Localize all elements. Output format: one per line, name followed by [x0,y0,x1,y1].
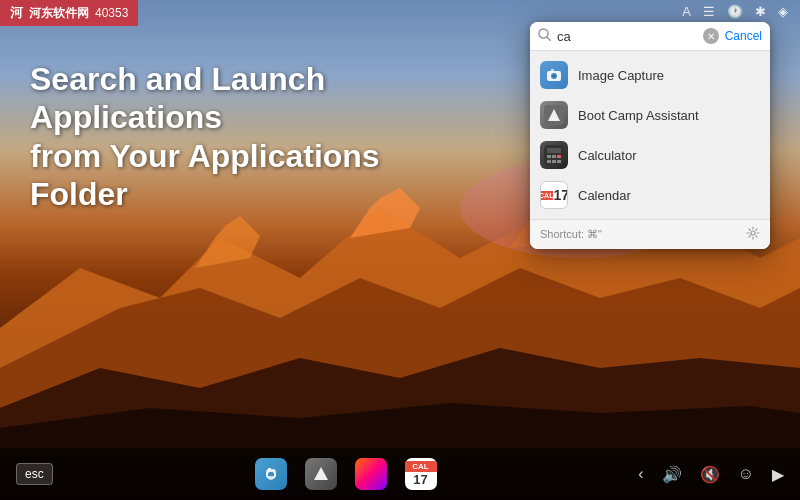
svg-point-27 [267,471,275,479]
esc-button[interactable]: esc [16,463,53,485]
menubar: A ☰ 🕐 ✱ ◈ [670,0,800,23]
svg-rect-25 [557,160,561,163]
dock-icon-gradient[interactable] [355,458,387,490]
result-label-image-capture: Image Capture [578,68,664,83]
bottom-dock-icons: CAL 17 [255,458,437,490]
svg-rect-24 [552,160,556,163]
result-item-calculator[interactable]: Calculator [530,135,770,175]
wifi-icon: ◈ [778,4,788,19]
svg-rect-15 [551,69,554,71]
clock-icon: 🕐 [727,4,743,19]
font-icon: A [682,4,691,19]
svg-line-11 [547,37,551,41]
search-results-list: Image Capture Boot Camp Assistant [530,51,770,219]
dock-icon-calendar[interactable]: CAL 17 [405,458,437,490]
search-cancel-button[interactable]: Cancel [725,29,762,43]
result-label-calendar: Calendar [578,188,631,203]
search-input[interactable]: ca [557,29,697,44]
bottom-bar: esc CAL 17 ‹ 🔊 🔇 ☺ ▶ [0,448,800,500]
face-icon[interactable]: ☺ [738,465,754,483]
result-item-image-capture[interactable]: Image Capture [530,55,770,95]
watermark-number: 40353 [95,6,128,20]
play-icon[interactable]: ▶ [772,465,784,484]
svg-rect-19 [547,148,561,153]
search-popup: ca ✕ Cancel Image Capture [530,22,770,249]
watermark: 河 河东软件网 40353 [0,0,138,26]
result-icon-calendar: CAL 17 [540,181,568,209]
svg-point-14 [553,75,556,78]
result-icon-calculator [540,141,568,169]
bluetooth-icon: ✱ [755,4,766,19]
main-text-block: Search and Launch Applications from Your… [30,60,410,214]
result-label-calculator: Calculator [578,148,637,163]
svg-marker-30 [314,467,328,480]
svg-rect-23 [547,160,551,163]
bottom-playback-icons: ‹ 🔊 🔇 ☺ ▶ [638,465,784,484]
svg-rect-20 [547,155,551,158]
search-clear-button[interactable]: ✕ [703,28,719,44]
search-icon [538,28,551,44]
format-icon: ☰ [703,4,715,19]
search-bar: ca ✕ Cancel [530,22,770,51]
svg-rect-29 [268,468,271,470]
result-icon-image-capture [540,61,568,89]
arrow-left-icon[interactable]: ‹ [638,465,643,483]
main-title-line1: Search and Launch Applications [30,61,325,135]
svg-rect-21 [552,155,556,158]
result-item-bootcamp[interactable]: Boot Camp Assistant [530,95,770,135]
result-icon-bootcamp [540,101,568,129]
volume-mute-icon[interactable]: 🔇 [700,465,720,484]
dock-icon-bootcamp[interactable] [305,458,337,490]
watermark-label: 河东软件网 [29,5,89,22]
search-footer: Shortcut: ⌘" [530,219,770,249]
settings-icon[interactable] [746,226,760,243]
result-label-bootcamp: Boot Camp Assistant [578,108,699,123]
dock-icon-camera[interactable] [255,458,287,490]
shortcut-label: Shortcut: ⌘" [540,228,602,241]
main-title-line2: from Your Applications Folder [30,138,380,212]
svg-rect-22 [557,155,561,158]
svg-point-26 [751,231,755,235]
volume-up-icon[interactable]: 🔊 [662,465,682,484]
result-item-calendar[interactable]: CAL 17 Calendar [530,175,770,215]
